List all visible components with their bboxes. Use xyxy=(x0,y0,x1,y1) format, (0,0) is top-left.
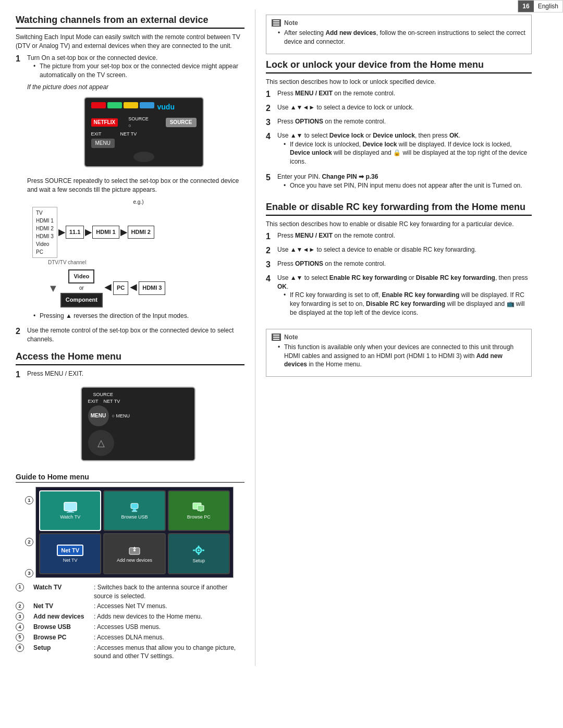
pressing-bullet: Pressing ▲ reverses the direction of the… xyxy=(33,312,244,320)
adddevices-label: Add new devices xyxy=(117,558,152,563)
note-1-label: Note xyxy=(284,19,298,27)
lock-step-3-content: Press OPTIONS on the remote control. xyxy=(277,117,532,128)
color-bar: vudu xyxy=(91,102,175,113)
note-1-bullets: After selecting Add new devices, follow … xyxy=(272,29,526,46)
nav-circle: △ xyxy=(88,430,114,456)
pressing-bullets: Pressing ▲ reverses the direction of the… xyxy=(27,312,244,320)
home-exit-label: EXIT xyxy=(88,399,99,404)
lock-step-1: 1 Press MENU / EXIT on the remote contro… xyxy=(266,89,532,100)
menu-desc-name-4: Browse USB xyxy=(33,623,91,632)
step-2-text: Use the remote control of the set-top bo… xyxy=(27,327,234,343)
note-2-icon xyxy=(272,334,281,341)
page-number: 16 xyxy=(518,1,533,12)
svg-rect-5 xyxy=(132,511,137,512)
step-2-num: 2 xyxy=(16,326,25,344)
menu-desc-name-2: Net TV xyxy=(33,602,91,611)
arrow-3: ▶ xyxy=(120,227,127,238)
nettv-text: Net TV xyxy=(61,547,79,553)
tv-icon xyxy=(63,501,78,513)
menu-desc-text-5: : Accesses DLNA menus. xyxy=(94,633,244,642)
ch-hdmi3: HDMI 3 xyxy=(36,232,54,240)
home-icon-browsepc[interactable]: Browse PC xyxy=(168,490,230,532)
access-step-1: 1 Press MENU / EXIT. xyxy=(16,369,244,380)
component-box: Component xyxy=(60,293,103,307)
flow-second-row: ▼ Video or Component ▶ PC ▶ HDMI 3 xyxy=(48,269,244,307)
watching-steps: 1 Turn On a set-top box or the connected… xyxy=(16,54,244,344)
home-icon-browseusb[interactable]: Browse USB xyxy=(103,490,165,532)
home-menu-diagram: Watch TV Browse USB xyxy=(35,487,234,578)
left-column: Watching channels from an external devic… xyxy=(0,9,255,666)
rc-steps: 1 Press MENU / EXIT on the remote contro… xyxy=(266,231,532,320)
down-arrow: ▼ xyxy=(48,281,58,295)
lock-step-4-bullets: If device lock is unlocked, Device lock … xyxy=(277,140,532,166)
svg-rect-3 xyxy=(131,503,138,509)
lock-step-4-bullet: If device lock is unlocked, Device lock … xyxy=(284,140,532,166)
section-watching-title: Watching channels from an external devic… xyxy=(16,15,244,29)
source-label-1: SOURCE ○ xyxy=(128,116,152,129)
page-language: English xyxy=(534,1,562,12)
menu-desc-num-5: 5 xyxy=(16,633,30,642)
lock-step-2: 2 Use ▲▼◄► to select a device to lock or… xyxy=(266,103,532,114)
arrow-left: ▶ xyxy=(105,282,111,294)
step-1-content: Turn On a set-top box or the connected d… xyxy=(27,54,244,324)
rc-step-3: 3 Press OPTIONS on the remote control. xyxy=(266,260,532,270)
rc-step-1-num: 1 xyxy=(266,231,275,242)
step-1: 1 Turn On a set-top box or the connected… xyxy=(16,54,244,324)
net-tv-label: NET TV xyxy=(120,131,137,138)
flow-main-row: TV HDMI 1 HDMI 2 HDMI 3 Video PC ▶ 11.1 … xyxy=(32,207,244,258)
lock-step-3-num: 3 xyxy=(266,117,275,128)
home-icon-setup[interactable]: Setup xyxy=(168,533,230,574)
menu-desc-num-6: 6 xyxy=(16,644,30,661)
step-2-content: Use the remote control of the set-top bo… xyxy=(27,326,244,344)
lock-step-4-content: Use ▲▼ to select Device lock or Device u… xyxy=(277,131,532,169)
note-2-bullets: This function is available only when you… xyxy=(272,343,526,369)
note-2-bullet: This function is available only when you… xyxy=(278,343,526,369)
home-menu-circle-row: MENU ○ MENU xyxy=(88,405,130,426)
home-icon-nettv[interactable]: Net TV Net TV xyxy=(39,533,101,574)
remote-diagram-1: vudu NETFLIX SOURCE ○ SOURCE EXIT xyxy=(84,97,204,167)
note-line-1 xyxy=(273,20,279,21)
channel-flow-diagram: e.g.) TV HDMI 1 HDMI 2 HDMI 3 Video PC ▶ xyxy=(32,199,244,307)
note-1-icon xyxy=(272,19,281,27)
exit-menu-row: EXIT NET TV xyxy=(91,131,137,138)
callout-marker-desc-3: 3 xyxy=(16,612,24,621)
rc-step-2-content: Use ▲▼◄► to select a device to enable or… xyxy=(277,245,532,256)
source-button[interactable]: SOURCE xyxy=(166,118,197,127)
lock-step-5: 5 Enter your PIN. Change PIN ➡ p.36 Once… xyxy=(266,172,532,193)
callout-marker-desc-6: 6 xyxy=(16,644,24,652)
menu-row: MENU xyxy=(91,139,115,148)
rc-step-4-bullet: If RC key forwarding is set to off, Enab… xyxy=(284,291,532,317)
home-menu-inline: MENU ○ MENU xyxy=(88,405,130,426)
lock-step-4-num: 4 xyxy=(266,131,275,169)
note-2-line-1 xyxy=(273,335,279,336)
rc-step-4-bullets: If RC key forwarding is set to off, Enab… xyxy=(277,291,532,317)
home-menu-wrapper: 1 2 3 4 5 6 xyxy=(16,487,240,578)
watchtv-label: Watch TV xyxy=(60,514,80,520)
or-label: or xyxy=(79,285,84,292)
exit-label: EXIT xyxy=(91,131,102,138)
callout-marker-1: 1 xyxy=(25,496,33,504)
setup-label: Setup xyxy=(193,558,205,563)
home-menu-grid: Watch TV Browse USB xyxy=(36,487,233,577)
menu-button[interactable]: MENU xyxy=(91,139,115,148)
svg-rect-1 xyxy=(68,511,72,512)
menu-desc-name-3: Add new devices xyxy=(33,612,91,621)
ch-pc: PC xyxy=(36,248,54,256)
rc-step-1: 1 Press MENU / EXIT on the remote contro… xyxy=(266,231,532,242)
home-icon-watchtv[interactable]: Watch TV xyxy=(39,490,101,532)
callout-marker-desc-1: 1 xyxy=(16,583,24,591)
remote-wheel xyxy=(133,152,154,162)
rc-step-2-num: 2 xyxy=(266,245,275,256)
page-bar: 16 English xyxy=(518,0,563,13)
section-home-title: Access the Home menu xyxy=(16,351,244,365)
press-source-text: Press SOURCE repeatedly to select the se… xyxy=(27,177,244,194)
callout-marker-2: 2 xyxy=(25,538,33,546)
home-icon-adddevices[interactable]: Add new devices xyxy=(103,533,165,574)
svg-rect-16 xyxy=(198,553,200,555)
hdmi3-box: HDMI 3 xyxy=(139,281,165,294)
note-line-2 xyxy=(273,22,279,23)
hdmi1-box: HDMI 1 xyxy=(92,226,119,239)
rc-section-title: Enable or disable RC key forwarding from… xyxy=(266,202,532,216)
eg-label: e.g.) xyxy=(32,199,244,206)
guide-title: Guide to Home menu xyxy=(16,473,244,483)
